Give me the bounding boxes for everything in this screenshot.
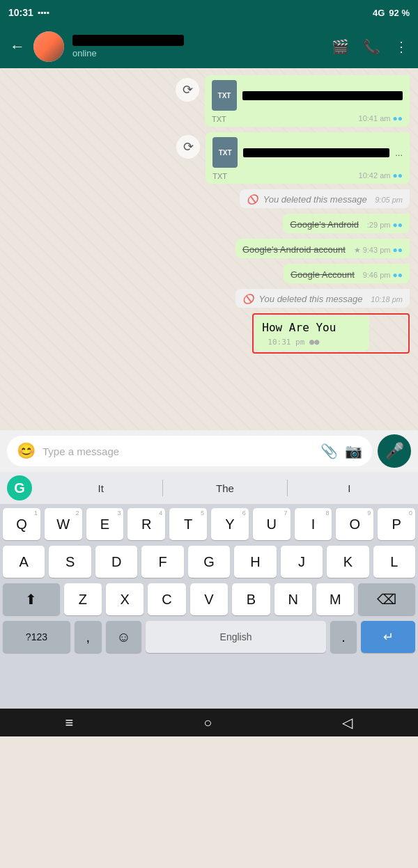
deleted-text: You deleted this message [259, 294, 363, 304]
highlighted-message-text: How Are You [262, 321, 336, 334]
suggestion-it[interactable]: It [39, 482, 162, 494]
back-button[interactable]: ← [10, 38, 25, 56]
emoji-button[interactable]: 😊 [17, 442, 36, 460]
comma-key[interactable]: , [75, 621, 102, 653]
message-time: 9:46 pm ●● [363, 271, 403, 279]
shift-key[interactable]: ⬆ [3, 583, 60, 615]
input-placeholder: Type a message [42, 445, 314, 457]
key-b[interactable]: B [232, 583, 270, 615]
message-bubble: TXT ... TXT 10:42 am ●● [206, 132, 410, 184]
highlighted-message-bubble: How Are You 10:31 pm ●● [255, 316, 369, 351]
message-bubble: TXT TXT 10:41 am ●● [205, 75, 410, 127]
emoji-key[interactable]: ☺ [106, 621, 142, 653]
message-row: 🚫 You deleted this message 10:18 pm [8, 289, 410, 308]
key-z[interactable]: Z [64, 583, 102, 615]
enter-key[interactable]: ↵ [361, 621, 415, 653]
message-input-field[interactable]: 😊 Type a message 📎 📷 [7, 436, 372, 466]
num-switch-key[interactable]: ?123 [3, 621, 70, 653]
message-row: How Are You 10:31 pm ●● [8, 313, 410, 354]
contact-info: online [72, 35, 323, 58]
file-attachment: TXT [212, 80, 403, 111]
keyboard: G It The I 1Q 2W 3E 4R 5T 6Y 7U 8I 9O 0P… [0, 472, 418, 709]
key-w[interactable]: 2W [45, 508, 82, 540]
key-x[interactable]: X [106, 583, 144, 615]
message-time: 10:31 pm ●● [268, 338, 319, 347]
read-ticks: ●● [393, 270, 403, 280]
read-ticks: ●● [309, 337, 319, 347]
key-g[interactable]: G [188, 546, 230, 578]
backspace-key[interactable]: ⌫ [358, 583, 415, 615]
key-p[interactable]: 0P [378, 508, 415, 540]
period-key[interactable]: . [330, 621, 357, 653]
key-l[interactable]: L [373, 546, 415, 578]
key-m[interactable]: M [316, 583, 354, 615]
key-j[interactable]: J [281, 546, 323, 578]
network-type: 4G [373, 8, 385, 18]
message-row: Google's Android account ★ 9:43 pm ●● [8, 239, 410, 258]
signal-bars: ▪▪▪▪ [38, 8, 49, 17]
camera-button[interactable]: 📷 [345, 443, 362, 459]
message-time: 9:05 pm [375, 196, 403, 204]
mic-icon: 🎤 [385, 442, 404, 460]
message-time: 10:18 pm [371, 295, 403, 303]
key-h[interactable]: H [234, 546, 276, 578]
message-time: 10:41 am ●● [359, 113, 403, 123]
mic-button[interactable]: 🎤 [378, 434, 411, 468]
contact-avatar[interactable] [33, 31, 64, 62]
key-y[interactable]: 6Y [211, 508, 249, 540]
read-ticks: ●● [393, 245, 403, 255]
read-ticks: ●● [393, 220, 403, 230]
message-row: ⟳ TXT TXT 10:41 am ●● [8, 75, 410, 127]
message-bubble: Google's Android account ★ 9:43 pm ●● [235, 239, 410, 258]
key-c[interactable]: C [148, 583, 185, 615]
deleted-icon: 🚫 [242, 294, 254, 304]
more-options-button[interactable]: ⋮ [394, 38, 408, 55]
key-row-2: A S D F G H J K L [3, 546, 415, 578]
forward-icon[interactable]: ⟳ [176, 78, 199, 102]
key-i[interactable]: 8I [295, 508, 332, 540]
key-t[interactable]: 5T [169, 508, 207, 540]
contact-status: online [72, 48, 323, 58]
key-o[interactable]: 9O [336, 508, 373, 540]
suggestion-i[interactable]: I [288, 482, 411, 494]
deleted-message-bubble: 🚫 You deleted this message 9:05 pm [240, 189, 410, 208]
deleted-text: You deleted this message [263, 194, 367, 205]
back-nav-button[interactable]: ◁ [342, 714, 353, 731]
key-row-4: ?123 , ☺ English . ↵ [3, 621, 415, 653]
file-type-icon: TXT [212, 137, 238, 168]
space-key[interactable]: English [146, 621, 325, 653]
file-name-redacted [243, 148, 389, 157]
suggestion-the[interactable]: The [163, 482, 286, 494]
key-u[interactable]: 7U [253, 508, 291, 540]
key-a[interactable]: A [3, 546, 45, 578]
forward-icon[interactable]: ⟳ [176, 135, 200, 159]
voice-call-button[interactable]: 📞 [363, 38, 380, 55]
read-ticks: ●● [393, 113, 403, 123]
key-e[interactable]: 3E [86, 508, 124, 540]
key-v[interactable]: V [190, 583, 228, 615]
video-call-button[interactable]: 🎬 [332, 38, 349, 55]
key-q[interactable]: 1Q [3, 508, 40, 540]
header-icons: 🎬 📞 ⋮ [332, 38, 408, 55]
key-f[interactable]: F [141, 546, 183, 578]
read-ticks: ●● [393, 171, 403, 180]
file-type-icon: TXT [212, 80, 237, 111]
message-text-strikethrough: Google's Android account [242, 244, 346, 255]
home-nav-button[interactable]: ○ [203, 715, 212, 731]
message-time: :29 pm ●● [367, 221, 403, 229]
message-row: ⟳ TXT ... TXT 10:42 am ●● [8, 132, 410, 184]
key-k[interactable]: K [327, 546, 369, 578]
time: 10:31 [8, 7, 33, 18]
chat-area: ⟳ TXT TXT 10:41 am ●● ⟳ TXT ... TXT [0, 68, 418, 430]
contact-name-redacted [72, 35, 184, 46]
file-attachment: TXT ... [212, 137, 403, 168]
message-time: ★ 9:43 pm ●● [354, 246, 403, 254]
menu-nav-button[interactable]: ≡ [65, 715, 74, 731]
key-r[interactable]: 4R [127, 508, 165, 540]
message-text-strikethrough: Google's Android [290, 219, 359, 230]
key-n[interactable]: N [274, 583, 312, 615]
attach-button[interactable]: 📎 [320, 443, 338, 459]
key-s[interactable]: S [49, 546, 91, 578]
key-row-3: ⬆ Z X C V B N M ⌫ [3, 583, 415, 615]
key-d[interactable]: D [95, 546, 137, 578]
